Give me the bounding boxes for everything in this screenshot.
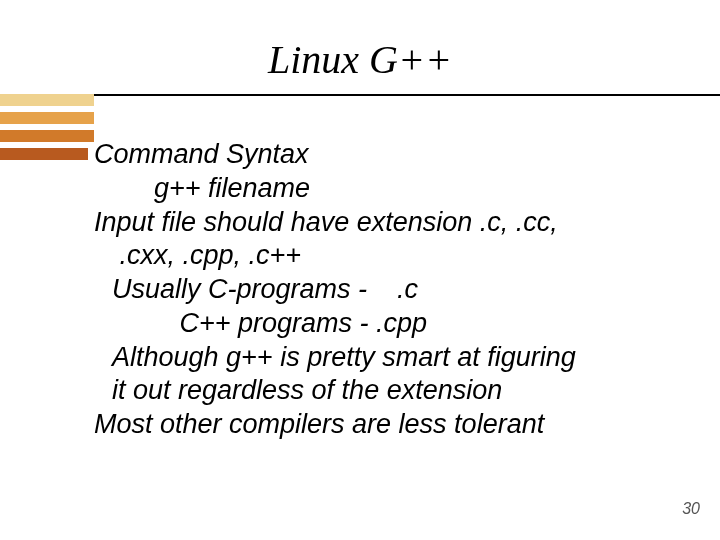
body-line: it out regardless of the extension (94, 374, 690, 408)
body-line: g++ filename (94, 172, 690, 206)
accent-bar (0, 94, 94, 106)
page-number: 30 (682, 500, 700, 518)
body-line: Most other compilers are less tolerant (94, 408, 690, 442)
body-line: Although g++ is pretty smart at figuring (94, 341, 690, 375)
slide-title: Linux G++ (0, 36, 720, 83)
title-underline (0, 94, 720, 96)
slide: Linux G++ Command Syntax g++ filename In… (0, 0, 720, 540)
body-line: Command Syntax (94, 138, 690, 172)
accent-bar (0, 148, 88, 160)
body-line: C++ programs - .cpp (94, 307, 690, 341)
slide-body: Command Syntax g++ filename Input file s… (94, 138, 690, 442)
accent-bar (0, 112, 94, 124)
accent-bars (0, 88, 94, 160)
body-line: Usually C-programs - .c (94, 273, 690, 307)
body-line: Input file should have extension .c, .cc… (94, 206, 690, 240)
accent-bar (0, 130, 94, 142)
body-line: .cxx, .cpp, .c++ (94, 239, 690, 273)
